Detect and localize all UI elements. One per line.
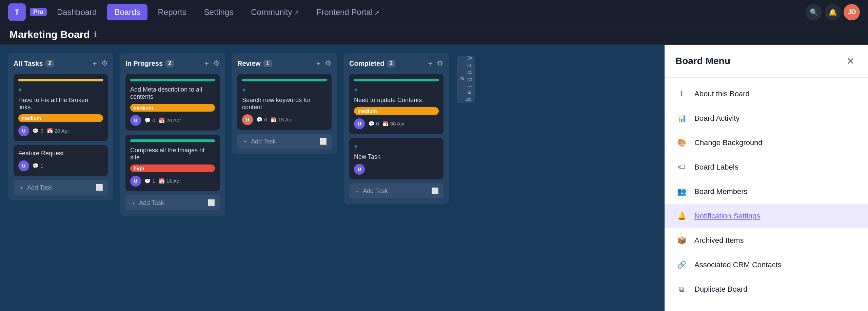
col-actions-in-progress: ＋ ⚙: [203, 58, 220, 69]
nav-item-frontend-portal[interactable]: Frontend Portal: [309, 4, 387, 20]
nav-item-reports[interactable]: Reports: [150, 4, 194, 20]
task-comment-count: 💬 0: [144, 117, 155, 123]
col-menu-in-progress[interactable]: ⚙: [213, 58, 220, 69]
add-icon: ＋: [242, 137, 248, 145]
about-board-icon: ℹ: [675, 88, 688, 100]
nav-item-boards[interactable]: Boards: [107, 4, 147, 20]
task-card: ● Have to Fix all the Broken links. medi…: [14, 74, 108, 141]
col-add-all-tasks[interactable]: ＋: [91, 58, 98, 69]
column-all-tasks: All Tasks 2 ＋ ⚙ ● Have to Fix all the Br…: [8, 53, 113, 200]
col-count-in-progress: 2: [165, 60, 174, 67]
col-actions-completed: ＋ ⚙: [427, 58, 443, 69]
archived-items-icon: 📦: [675, 234, 688, 247]
task-assignee-avatar: U: [130, 115, 141, 126]
task-tag: high: [130, 164, 215, 172]
top-navigation: T Pro Dashboard Boards Reports Settings …: [0, 0, 868, 24]
add-task-button-completed[interactable]: ＋ Add Task ⬜: [349, 183, 443, 198]
menu-item-labels[interactable]: 🏷 Board Labels: [665, 155, 868, 179]
menu-item-duplicate[interactable]: ⧉ Duplicate Board: [665, 277, 868, 302]
task-footer: U: [354, 164, 439, 175]
add-task-button-in-progress[interactable]: ＋ Add Task ⬜: [125, 195, 220, 210]
task-title: Add Meta description to all contents: [130, 86, 215, 100]
menu-item-label-export: Export: [694, 309, 716, 311]
menu-item-activity[interactable]: 📊 Board Activity: [665, 106, 868, 131]
add-stage-button[interactable]: A d d S t a g e: [457, 56, 475, 103]
board-menu-panel: Board Menu ✕ ℹ About this Board 📊 Board …: [665, 45, 868, 311]
col-header-all-tasks: All Tasks 2 ＋ ⚙: [14, 58, 108, 69]
user-avatar[interactable]: JD: [844, 4, 860, 20]
col-title-all-tasks: All Tasks: [14, 60, 43, 67]
board-labels-icon: 🏷: [675, 161, 688, 173]
add-icon: ＋: [18, 183, 24, 192]
task-status-dot: ●: [354, 86, 358, 93]
col-menu-completed[interactable]: ⚙: [437, 58, 443, 69]
nav-item-dashboard[interactable]: Dashboard: [50, 4, 104, 20]
task-footer: U 💬 0 📅 30 Apr: [354, 118, 439, 129]
task-title: Search new keywords for content: [242, 97, 327, 111]
col-header-completed: Completed 2 ＋ ⚙: [349, 58, 443, 69]
task-color-bar: [354, 79, 439, 81]
task-tag: medium: [18, 114, 103, 122]
task-assignee-avatar: U: [18, 160, 29, 171]
menu-item-label-background: Change Background: [694, 138, 763, 147]
expand-icon: ⬜: [319, 138, 327, 145]
column-in-progress: In Progress 2 ＋ ⚙ Add Meta description t…: [120, 53, 225, 216]
menu-item-background[interactable]: 🎨 Change Background: [665, 131, 868, 155]
menu-header: Board Menu ✕: [665, 45, 868, 78]
menu-item-members[interactable]: 👥 Board Members: [665, 179, 868, 204]
task-date: 📅 20 Apr: [159, 117, 181, 123]
col-title-completed: Completed: [349, 60, 384, 67]
col-count-completed: 2: [387, 60, 395, 67]
menu-item-label-members: Board Members: [694, 187, 748, 196]
task-footer: U 💬 0 📅 15 Apr: [242, 114, 327, 125]
task-title: Have to Fix all the Broken links.: [18, 97, 103, 111]
menu-item-label-archived: Archived Items: [694, 236, 744, 245]
menu-item-label-about: About this Board: [694, 90, 750, 98]
task-comment-count: 💬 0: [256, 117, 267, 123]
expand-icon: ⬜: [208, 199, 215, 207]
notifications-button[interactable]: 🔔: [825, 4, 841, 20]
nav-item-settings[interactable]: Settings: [197, 4, 241, 20]
duplicate-board-icon: ⧉: [675, 283, 688, 295]
add-task-button-all-tasks[interactable]: ＋ Add Task ⬜: [14, 180, 108, 195]
col-header-review: Review 1 ＋ ⚙: [237, 58, 332, 69]
task-color-bar: [242, 79, 327, 81]
column-completed: Completed 2 ＋ ⚙ ● Need to update Content…: [344, 53, 449, 204]
task-footer: U 💬 0 📅 20 Apr: [18, 125, 103, 136]
menu-item-notifications[interactable]: 🔔 Notification Settings: [665, 204, 868, 228]
task-assignee-avatar: U: [354, 118, 365, 129]
col-add-in-progress[interactable]: ＋: [203, 58, 210, 69]
task-date: 📅 15 Apr: [271, 117, 293, 123]
task-footer: U 💬 0 📅 20 Apr: [130, 115, 215, 126]
menu-item-crm[interactable]: 🔗 Associated CRM Contacts: [665, 253, 868, 277]
task-card: ● Need to update Contents medium U 💬 0 📅…: [349, 74, 443, 134]
menu-item-about[interactable]: ℹ About this Board: [665, 82, 868, 106]
task-card: Compress all the Images of site high U 💬…: [125, 135, 220, 191]
nav-item-community[interactable]: Community: [243, 4, 306, 20]
col-count-all-tasks: 2: [45, 60, 54, 67]
add-task-button-review[interactable]: ＋ Add Task ⬜: [237, 134, 332, 149]
board-info-icon[interactable]: ℹ: [94, 30, 97, 39]
col-add-review[interactable]: ＋: [315, 58, 322, 69]
task-assignee-avatar: U: [130, 176, 141, 187]
task-footer: U 💬 1 📅 16 Apr: [130, 176, 215, 187]
pro-badge: Pro: [30, 8, 47, 16]
col-menu-review[interactable]: ⚙: [325, 58, 332, 69]
col-menu-all-tasks[interactable]: ⚙: [101, 58, 108, 69]
expand-icon: ⬜: [431, 187, 439, 195]
task-card: Feature Request U 💬 1: [14, 145, 108, 176]
task-tag: medium: [354, 107, 439, 115]
col-add-completed[interactable]: ＋: [427, 58, 434, 69]
menu-item-archived[interactable]: 📦 Archived Items: [665, 228, 868, 253]
search-button[interactable]: 🔍: [806, 4, 822, 20]
menu-item-label-notifications: Notification Settings: [694, 212, 760, 220]
expand-icon: ⬜: [96, 184, 103, 191]
menu-close-button[interactable]: ✕: [844, 54, 857, 68]
board-members-icon: 👥: [675, 186, 688, 198]
menu-item-export[interactable]: ⬇ Export: [665, 302, 868, 311]
task-date: 📅 30 Apr: [382, 121, 405, 127]
col-actions-review: ＋ ⚙: [315, 58, 332, 69]
task-comment-count: 💬 1: [33, 163, 43, 169]
task-status-dot: ●: [18, 86, 22, 93]
task-comment-count: 💬 0: [33, 128, 43, 134]
